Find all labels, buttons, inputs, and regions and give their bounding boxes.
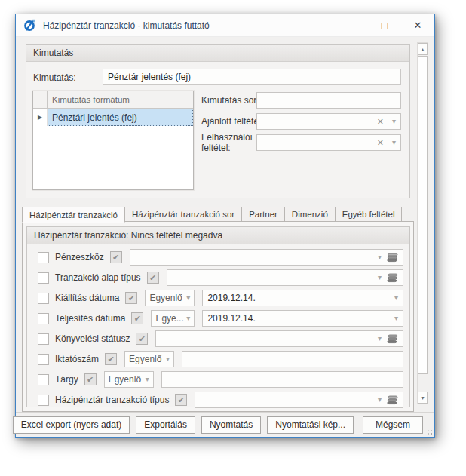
- report-value-field[interactable]: Pénztár jelentés (fej): [103, 69, 401, 85]
- date-field[interactable]: 2019.12.14. ▾: [202, 290, 403, 306]
- scroll-up-button[interactable]: ▲: [418, 43, 428, 55]
- chevron-down-icon[interactable]: ▾: [394, 294, 398, 302]
- filter-label: Pénzeszköz: [55, 252, 104, 263]
- check-icon: ✔: [139, 335, 146, 343]
- grid-column-header[interactable]: Kimutatás formátum: [48, 91, 193, 108]
- dialog-window: Házipénztár tranzakció - kimutatás futta…: [15, 14, 435, 438]
- chevron-down-icon[interactable]: ▾: [146, 376, 149, 383]
- filter-row-hazipenztar-tranzakcio-tipus: Házipénztár tranzakció típus ✔ ▾: [38, 392, 403, 408]
- titlebar[interactable]: Házipénztár tranzakció - kimutatás futta…: [16, 14, 434, 37]
- user-filter-combo[interactable]: ✕ ▾: [256, 134, 401, 151]
- filter-groupbox: Házipénztár tranzakció: Nincs feltétel m…: [26, 226, 410, 407]
- chevron-down-icon[interactable]: ▾: [186, 294, 190, 302]
- row-indicator-icon: ▶: [33, 109, 48, 126]
- chevron-down-icon[interactable]: ▾: [378, 335, 382, 342]
- operator-combo[interactable]: Egyenlő ▾: [124, 351, 174, 367]
- filter-enable-checkbox[interactable]: [38, 252, 49, 263]
- suggested-filter-combo[interactable]: ✕ ▾: [256, 113, 401, 130]
- locked-checked-checkbox[interactable]: ✔: [84, 373, 97, 385]
- vertical-scrollbar[interactable]: ▲ ▼: [417, 42, 428, 404]
- filter-label: Tranzakció alap típus: [55, 272, 141, 283]
- locked-checked-checkbox[interactable]: ✔: [110, 251, 122, 263]
- filter-enable-checkbox[interactable]: [38, 374, 49, 385]
- layers-icon[interactable]: [387, 273, 399, 283]
- tab-hazipenztar-tranzakcio[interactable]: Házipénztár tranzakció: [22, 207, 125, 223]
- check-icon: ✔: [178, 396, 185, 404]
- filter-label: Iktatószám: [55, 354, 99, 364]
- window-controls: — □ ✕: [335, 14, 434, 36]
- grid-selected-cell[interactable]: Pénztári jelentés (fej): [48, 109, 193, 126]
- filter-enable-checkbox[interactable]: [38, 395, 49, 406]
- operator-value: Egyenlő: [129, 354, 166, 364]
- date-value: 2019.12.14.: [207, 313, 255, 324]
- grid-indicator-header: [33, 91, 48, 108]
- tab-partner[interactable]: Partner: [242, 207, 285, 222]
- chevron-down-icon[interactable]: ▾: [392, 118, 396, 125]
- locked-checked-checkbox[interactable]: ✔: [131, 312, 143, 324]
- targy-input[interactable]: [161, 371, 403, 388]
- lookup-combo[interactable]: ▾: [195, 392, 403, 408]
- chevron-down-icon[interactable]: ▾: [378, 396, 382, 404]
- lookup-combo[interactable]: ▾: [155, 330, 403, 347]
- lookup-combo[interactable]: ▾: [167, 269, 403, 286]
- layers-icon[interactable]: [387, 253, 399, 263]
- clear-icon[interactable]: ✕: [377, 117, 384, 127]
- table-row[interactable]: ▶ Pénztári jelentés (fej): [33, 109, 193, 126]
- excel-export-button[interactable]: Excel export (nyers adat): [13, 416, 130, 434]
- chevron-down-icon[interactable]: ▾: [394, 315, 398, 322]
- operator-combo[interactable]: Egye... ▾: [151, 310, 195, 327]
- check-icon: ✔: [149, 274, 156, 282]
- filter-enable-checkbox[interactable]: [38, 272, 49, 284]
- minimize-button[interactable]: —: [335, 14, 368, 36]
- filter-row-iktatoszam: Iktatószám ✔ Egyenlő ▾: [38, 351, 403, 367]
- export-button[interactable]: Exportálás: [136, 416, 195, 434]
- filter-enable-checkbox[interactable]: [38, 313, 49, 324]
- date-field[interactable]: 2019.12.14. ▾: [202, 310, 403, 327]
- operator-combo[interactable]: Egyenlő ▾: [104, 371, 154, 388]
- filter-label: Kiállítás dátuma: [55, 293, 119, 303]
- tab-dimenzio[interactable]: Dimenzió: [285, 207, 336, 222]
- tab-hazipenztar-tranzakcio-sor[interactable]: Házipénztár tranzakció sor: [125, 207, 242, 222]
- report-label: Kimutatás:: [33, 72, 76, 83]
- chevron-down-icon[interactable]: ▾: [166, 355, 170, 363]
- chevron-down-icon[interactable]: ▾: [392, 139, 396, 146]
- lookup-combo[interactable]: ▾: [130, 249, 403, 266]
- chevron-down-icon[interactable]: ▾: [378, 274, 382, 281]
- maximize-button[interactable]: □: [368, 14, 401, 36]
- filter-row-kiallitas-datuma: Kiállítás dátuma ✔ Egyenlő ▾ 2019.12.14.…: [38, 290, 403, 306]
- filter-row-targy: Tárgy ✔ Egyenlő ▾: [38, 371, 403, 388]
- report-format-grid[interactable]: Kimutatás formátum ▶ Pénztári jelentés (…: [32, 91, 194, 190]
- chevron-down-icon[interactable]: ▾: [186, 315, 190, 322]
- grid-header-row: Kimutatás formátum: [33, 91, 193, 109]
- layers-icon[interactable]: [387, 395, 399, 405]
- locked-checked-checkbox[interactable]: ✔: [125, 292, 137, 304]
- scrollbar-thumb[interactable]: [418, 56, 428, 374]
- iktatoszam-input[interactable]: [182, 351, 403, 367]
- chevron-down-icon[interactable]: ▾: [378, 253, 382, 261]
- desktop-canvas: Házipénztár tranzakció - kimutatás futta…: [0, 0, 466, 476]
- filter-enable-checkbox[interactable]: [38, 354, 49, 365]
- resize-grip[interactable]: [431, 433, 432, 435]
- filter-label: Teljesítés dátuma: [55, 313, 125, 324]
- close-button[interactable]: ✕: [401, 14, 434, 36]
- locked-checked-checkbox[interactable]: ✔: [105, 353, 117, 365]
- locked-checked-checkbox[interactable]: ✔: [136, 333, 148, 345]
- layers-icon[interactable]: [387, 334, 399, 344]
- locked-checked-checkbox[interactable]: ✔: [147, 272, 159, 284]
- locked-checked-checkbox[interactable]: ✔: [175, 394, 187, 406]
- sort-input[interactable]: [256, 92, 401, 109]
- filter-enable-checkbox[interactable]: [38, 333, 49, 345]
- clear-icon[interactable]: ✕: [377, 138, 384, 148]
- filter-enable-checkbox[interactable]: [38, 293, 49, 304]
- print-preview-button[interactable]: Nyomtatási kép...: [267, 416, 354, 434]
- tab-page: Házipénztár tranzakció: Nincs feltétel m…: [22, 221, 414, 412]
- scroll-down-button[interactable]: ▼: [418, 392, 428, 404]
- tab-egyeb-feltetel[interactable]: Egyéb feltétel: [336, 207, 403, 222]
- print-button[interactable]: Nyomtatás: [201, 416, 261, 434]
- filter-rows: Pénzeszköz ✔ ▾: [27, 244, 409, 408]
- operator-combo[interactable]: Egyenlő ▾: [145, 290, 195, 306]
- check-icon: ✔: [87, 376, 94, 384]
- filter-row-teljesites-datuma: Teljesítés dátuma ✔ Egye... ▾ 2019.12.14…: [38, 310, 403, 327]
- check-icon: ✔: [128, 294, 135, 302]
- cancel-button[interactable]: Mégsem: [363, 416, 423, 434]
